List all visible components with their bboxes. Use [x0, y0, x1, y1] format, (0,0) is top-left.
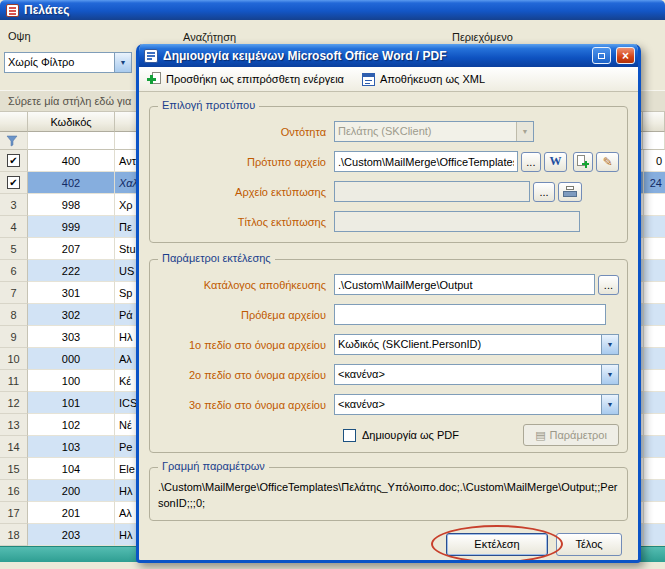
browse-save-dir-button[interactable]: ... — [598, 275, 619, 295]
grid-header-code[interactable]: Κωδικός — [28, 112, 115, 132]
chevron-down-icon[interactable]: ▼ — [601, 365, 618, 384]
cell-right-value[interactable] — [643, 502, 665, 524]
customers-window-titlebar: Πελάτες — [0, 0, 665, 20]
field1-row: 1ο πεδίο στο όνομα αρχείου Κωδικός (SKCl… — [158, 334, 619, 355]
cell-code[interactable]: 222 — [28, 260, 115, 282]
dialog-titlebar[interactable]: Δημιουργία κειμένων Microsoft Office Wor… — [139, 44, 638, 67]
cell-right-value[interactable] — [643, 282, 665, 304]
cell-code[interactable]: 400 — [28, 150, 115, 172]
end-button[interactable]: Τέλος — [556, 533, 622, 556]
cell-right-value[interactable] — [643, 348, 665, 370]
row-indicator: 11 — [0, 370, 28, 392]
cell-code[interactable]: 104 — [28, 458, 115, 480]
cell-right-value[interactable] — [643, 304, 665, 326]
cell-code[interactable]: 102 — [28, 414, 115, 436]
row-indicator: 18 — [0, 524, 28, 546]
cell-code[interactable]: 402 — [28, 172, 115, 194]
cell-right-value[interactable] — [643, 238, 665, 260]
pdf-row: Δημιουργία ως PDF ▤ Παράμετροι — [158, 424, 619, 446]
row-indicator: 6 — [0, 260, 28, 282]
pdf-checkbox-label: Δημιουργία ως PDF — [362, 429, 459, 441]
row-indicator: 4 — [0, 216, 28, 238]
cell-code[interactable]: 103 — [28, 436, 115, 458]
cell-right-value[interactable] — [643, 326, 665, 348]
execute-button[interactable]: Εκτέλεση — [446, 533, 548, 556]
cell-code[interactable]: 000 — [28, 348, 115, 370]
cell-right-value[interactable] — [643, 480, 665, 502]
cell-right-value[interactable]: 0 — [643, 150, 665, 172]
cmdline-text: .\Custom\MailMerge\OfficeTemplates\Πελάτ… — [158, 480, 619, 512]
field1-combo-value: Κωδικός (SKClient.PersonID) — [335, 335, 601, 354]
screen: Πελάτες Οψη Αναζήτηση Περιεχόμενο Χωρίς … — [0, 0, 665, 569]
grid-header-right[interactable] — [643, 112, 665, 132]
row-indicator: 7 — [0, 282, 28, 304]
field2-row: 2ο πεδίο στο όνομα αρχείου <κανένα> ▼ — [158, 364, 619, 385]
edit-document-button[interactable]: ✎ — [596, 152, 619, 172]
maximize-button[interactable] — [592, 47, 611, 64]
print-file-label: Αρχείο εκτύπωσης — [158, 186, 326, 198]
cell-code[interactable]: 207 — [28, 238, 115, 260]
row-select-cell[interactable]: ✔ — [0, 150, 28, 172]
row-indicator: 14 — [0, 436, 28, 458]
browse-template-button[interactable]: ... — [521, 152, 542, 172]
filter-row-indicator — [0, 132, 28, 150]
field1-combo[interactable]: Κωδικός (SKClient.PersonID) ▼ — [334, 334, 619, 355]
params-button-label: Παράμετροι — [550, 429, 607, 441]
pdf-checkbox[interactable] — [343, 429, 356, 442]
chevron-down-icon[interactable]: ▼ — [114, 53, 131, 72]
field2-combo[interactable]: <κανένα> ▼ — [334, 364, 619, 385]
cell-code[interactable]: 303 — [28, 326, 115, 348]
cell-code[interactable]: 999 — [28, 216, 115, 238]
print-title-label: Τίτλος εκτύπωσης — [158, 216, 326, 228]
cell-right-value[interactable]: 24 — [643, 172, 665, 194]
customers-window-icon — [6, 4, 19, 17]
cell-right-value[interactable] — [643, 436, 665, 458]
template-file-input[interactable] — [334, 151, 518, 172]
printer-button[interactable] — [558, 182, 582, 202]
entity-combo-value: Πελάτης (SKClient) — [335, 122, 516, 141]
add-action-button[interactable]: Προσθήκη ως επιπρόσθετη ενέργεια — [147, 72, 344, 86]
cell-code[interactable]: 998 — [28, 194, 115, 216]
chevron-down-icon[interactable]: ▼ — [601, 335, 618, 354]
filter-combo[interactable]: Χωρίς Φίλτρο ▼ — [4, 52, 132, 73]
entity-combo: Πελάτης (SKClient) ▼ — [334, 121, 534, 142]
row-indicator: 13 — [0, 414, 28, 436]
cell-code[interactable]: 201 — [28, 502, 115, 524]
cell-code[interactable]: 101 — [28, 392, 115, 414]
cell-right-value[interactable] — [643, 260, 665, 282]
cell-right-value[interactable] — [643, 370, 665, 392]
field3-label: 3ο πεδίο στο όνομα αρχείου — [158, 399, 326, 411]
filter-combo-value: Χωρίς Φίλτρο — [5, 53, 114, 72]
prefix-input[interactable] — [334, 304, 606, 325]
new-document-icon — [577, 155, 589, 168]
cell-right-value[interactable] — [643, 524, 665, 546]
dialog-icon — [144, 49, 158, 63]
filter-cell-code[interactable] — [28, 132, 115, 150]
cell-right-value[interactable] — [643, 194, 665, 216]
cell-code[interactable]: 301 — [28, 282, 115, 304]
cell-right-value[interactable] — [643, 392, 665, 414]
cell-right-value[interactable] — [643, 458, 665, 480]
chevron-down-icon[interactable]: ▼ — [601, 395, 618, 414]
new-document-button[interactable] — [573, 152, 594, 172]
open-word-button[interactable]: W — [544, 152, 567, 172]
checkbox-checked-icon[interactable]: ✔ — [7, 176, 20, 189]
field3-combo[interactable]: <κανένα> ▼ — [334, 394, 619, 415]
close-icon[interactable]: × — [616, 47, 635, 64]
search-label: Αναζήτηση — [183, 31, 236, 43]
cell-right-value[interactable] — [643, 216, 665, 238]
exec-params-group-title: Παράμετροι εκτέλεσης — [158, 252, 275, 264]
cell-code[interactable]: 200 — [28, 480, 115, 502]
save-dir-input[interactable] — [334, 274, 595, 295]
cell-code[interactable]: 100 — [28, 370, 115, 392]
cell-right-value[interactable] — [643, 414, 665, 436]
cell-code[interactable]: 302 — [28, 304, 115, 326]
checkbox-checked-icon[interactable]: ✔ — [7, 154, 20, 167]
browse-print-file-button[interactable]: ... — [533, 182, 555, 202]
filter-cell-right[interactable] — [643, 132, 665, 150]
view-label: Οψη — [8, 30, 31, 42]
row-select-cell[interactable]: ✔ — [0, 172, 28, 194]
save-xml-button[interactable]: Αποθήκευση ως XML — [362, 73, 485, 86]
funnel-icon — [6, 135, 18, 147]
cell-code[interactable]: 203 — [28, 524, 115, 546]
